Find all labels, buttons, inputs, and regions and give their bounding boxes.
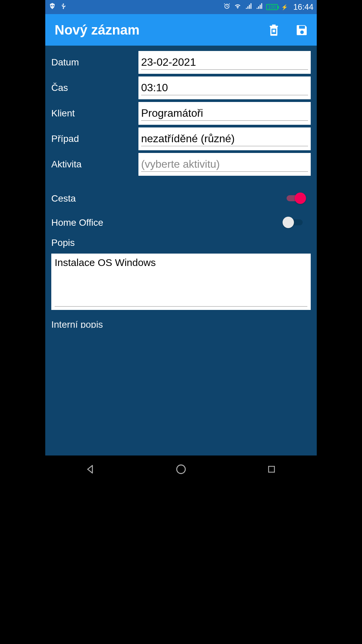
interni-popis-label: Interní popis xyxy=(51,320,311,328)
avast-icon xyxy=(49,2,56,12)
nav-bar xyxy=(45,455,317,483)
date-label: Datum xyxy=(51,57,138,68)
client-value: Programátoři xyxy=(141,107,308,120)
status-bar: 100 ⚡ 16:44 xyxy=(45,0,317,14)
date-input[interactable]: 23-02-2021 xyxy=(138,51,311,74)
battery-indicator: 100 xyxy=(266,4,278,10)
home-button[interactable] xyxy=(171,459,191,479)
svg-point-3 xyxy=(300,31,304,34)
status-clock: 16:44 xyxy=(293,2,313,12)
svg-point-4 xyxy=(177,465,185,474)
cesta-label: Cesta xyxy=(51,193,285,204)
date-value: 23-02-2021 xyxy=(141,56,308,69)
client-label: Klient xyxy=(51,108,138,119)
charging-icon: ⚡ xyxy=(281,4,288,10)
time-label: Čas xyxy=(51,83,138,93)
form-content: Datum 23-02-2021 Čas 03:10 Klient Progra… xyxy=(45,46,317,455)
usb-icon xyxy=(60,2,67,12)
signal-icon-2 xyxy=(255,2,263,12)
wifi-icon xyxy=(234,2,241,12)
time-input[interactable]: 03:10 xyxy=(138,76,311,99)
back-button[interactable] xyxy=(80,459,101,479)
delete-button[interactable] xyxy=(266,22,282,38)
time-value: 03:10 xyxy=(141,81,308,95)
activity-placeholder: (vyberte aktivitu) xyxy=(141,158,308,171)
homeoffice-label: Home Office xyxy=(51,217,285,228)
activity-label: Aktivita xyxy=(51,159,138,170)
save-button[interactable] xyxy=(294,22,310,38)
signal-icon-1 xyxy=(245,2,252,12)
client-input[interactable]: Programátoři xyxy=(138,102,311,125)
case-input[interactable]: nezatříděné (různé) xyxy=(138,127,311,150)
recent-button[interactable] xyxy=(261,459,282,479)
homeoffice-toggle[interactable] xyxy=(285,217,304,229)
popis-input[interactable] xyxy=(51,254,311,310)
activity-input[interactable]: (vyberte aktivitu) xyxy=(138,153,311,176)
cesta-toggle[interactable] xyxy=(285,193,304,205)
case-value: nezatříděné (různé) xyxy=(141,132,308,146)
popis-textarea[interactable] xyxy=(55,257,307,308)
svg-rect-5 xyxy=(268,466,275,472)
page-title: Nový záznam xyxy=(55,22,139,38)
app-bar: Nový záznam xyxy=(45,14,317,46)
alarm-icon xyxy=(223,2,231,12)
popis-label: Popis xyxy=(51,237,311,248)
case-label: Případ xyxy=(51,133,138,144)
svg-rect-2 xyxy=(299,26,305,29)
